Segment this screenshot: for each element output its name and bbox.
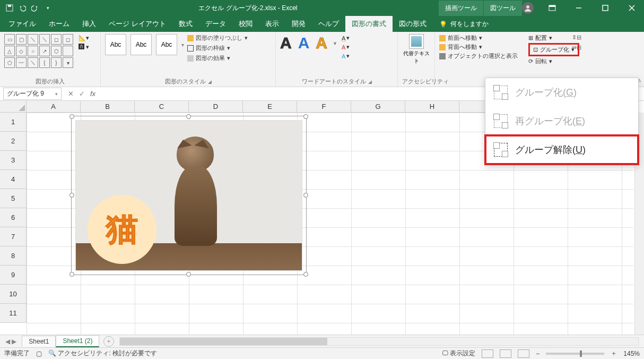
page-layout-view-button[interactable]: [500, 349, 511, 358]
drawing-tools-tab[interactable]: 描画ツール: [439, 1, 483, 16]
shape-effects-button[interactable]: 図形の効果 ▾: [187, 54, 248, 62]
undo-icon[interactable]: [18, 4, 27, 12]
menu-item-regroup[interactable]: 再グループ化(E): [485, 107, 638, 135]
tab-view[interactable]: 表示: [259, 16, 285, 32]
row-header[interactable]: 7: [0, 227, 27, 246]
picture-tools-tab[interactable]: 図ツール: [484, 1, 522, 16]
row-header[interactable]: 4: [0, 170, 27, 189]
macro-record-icon[interactable]: ▢: [36, 350, 42, 357]
tell-me-search[interactable]: 💡 何をしますか: [433, 16, 495, 32]
resize-handle[interactable]: [303, 193, 308, 198]
selected-shape-group[interactable]: 猫: [72, 117, 306, 274]
shape-fill-button[interactable]: 図形の塗りつぶし ▾: [187, 34, 248, 42]
shapes-gallery[interactable]: ▭▢＼＼◻◻ △◇○↗⬡ ⬠〰＼{}▾: [4, 34, 73, 68]
col-header[interactable]: F: [297, 101, 351, 112]
sheet-tab-active[interactable]: Sheet1 (2): [56, 335, 99, 347]
col-header[interactable]: E: [243, 101, 297, 112]
size-height-spinner[interactable]: ⇕⊟: [572, 34, 581, 41]
alt-text-button[interactable]: 代替テキスト: [403, 34, 430, 65]
select-all-corner[interactable]: [0, 101, 27, 113]
user-account-icon[interactable]: [522, 2, 534, 14]
autosave-icon[interactable]: [5, 4, 14, 12]
new-sheet-button[interactable]: ＋: [103, 336, 114, 347]
dialog-launcher-icon[interactable]: ◢: [368, 79, 372, 84]
row-header[interactable]: 1: [0, 113, 27, 132]
resize-handle[interactable]: [303, 114, 308, 119]
edit-shape-button[interactable]: 📐▾: [76, 34, 91, 42]
qat-more-icon[interactable]: ▾: [43, 4, 52, 12]
tab-picture-format[interactable]: 図の形式: [393, 16, 433, 32]
row-header[interactable]: 10: [0, 285, 27, 304]
tab-developer[interactable]: 開発: [285, 16, 312, 32]
tab-help[interactable]: ヘルプ: [312, 16, 345, 32]
col-header[interactable]: B: [81, 101, 135, 112]
enter-formula-icon[interactable]: ✓: [79, 90, 85, 98]
resize-handle[interactable]: [69, 114, 74, 119]
ribbon-display-icon[interactable]: [540, 0, 564, 16]
tab-pagelayout[interactable]: ページ レイアウト: [102, 16, 172, 32]
display-settings-button[interactable]: 🖵 表示設定: [442, 349, 475, 358]
row-header[interactable]: 9: [0, 266, 27, 285]
text-outline-button[interactable]: A▾: [340, 43, 352, 51]
row-header[interactable]: 5: [0, 189, 27, 208]
row-header[interactable]: 8: [0, 246, 27, 266]
send-backward-button[interactable]: 背面へ移動 ▾: [439, 43, 518, 51]
close-button[interactable]: [620, 0, 644, 16]
menu-item-group[interactable]: グループ化(G): [485, 78, 638, 107]
text-effects-button[interactable]: A▾: [340, 52, 352, 60]
zoom-out-button[interactable]: −: [536, 350, 539, 357]
style-sample[interactable]: Abc: [105, 34, 126, 55]
style-sample[interactable]: Abc: [130, 34, 152, 55]
horizontal-scrollbar[interactable]: [119, 337, 639, 346]
wordart-gallery[interactable]: A A A ▾: [280, 34, 336, 52]
resize-handle[interactable]: [69, 272, 74, 277]
resize-handle[interactable]: [69, 193, 74, 198]
style-sample[interactable]: Abc: [156, 34, 177, 55]
row-header[interactable]: 6: [0, 208, 27, 227]
menu-item-ungroup[interactable]: グループ解除(U): [485, 135, 638, 164]
page-break-view-button[interactable]: [518, 349, 529, 358]
selection-pane-button[interactable]: オブジェクトの選択と表示: [439, 52, 518, 60]
resize-handle[interactable]: [303, 272, 308, 277]
col-header[interactable]: G: [351, 101, 405, 112]
name-box[interactable]: グループ化 9 ▾: [3, 88, 62, 100]
text-fill-button[interactable]: A▾: [340, 34, 352, 42]
text-box-button[interactable]: 🅰 ▾: [76, 43, 91, 51]
minimize-button[interactable]: [567, 0, 591, 16]
chevron-down-icon[interactable]: ▾: [55, 91, 58, 97]
fx-icon[interactable]: fx: [90, 90, 95, 98]
status-accessibility[interactable]: 🔍 アクセシビリティ: 検討が必要です: [48, 349, 157, 358]
bring-forward-button[interactable]: 前面へ移動 ▾: [439, 34, 518, 42]
tab-formulas[interactable]: 数式: [172, 16, 199, 32]
tab-review[interactable]: 校閲: [232, 16, 259, 32]
row-header[interactable]: 11: [0, 304, 27, 323]
zoom-slider[interactable]: [546, 353, 604, 355]
col-header[interactable]: H: [405, 101, 459, 112]
cancel-formula-icon[interactable]: ✕: [68, 90, 74, 98]
zoom-in-button[interactable]: ＋: [611, 349, 617, 358]
shape-outline-button[interactable]: 図形の枠線 ▾: [187, 44, 248, 52]
resize-handle[interactable]: [186, 114, 191, 119]
tab-file[interactable]: ファイル: [2, 16, 42, 32]
wordart-sample[interactable]: A: [280, 34, 292, 52]
shape-style-gallery[interactable]: Abc Abc Abc ▾: [105, 34, 184, 55]
sheet-nav-buttons[interactable]: ◀ ▶: [0, 338, 22, 345]
wordart-sample[interactable]: A: [316, 34, 327, 52]
zoom-level[interactable]: 145%: [623, 350, 640, 357]
maximize-button[interactable]: [593, 0, 617, 16]
col-header[interactable]: A: [27, 101, 81, 112]
resize-handle[interactable]: [186, 272, 191, 277]
sheet-tab[interactable]: Sheet1: [22, 336, 56, 347]
tab-home[interactable]: ホーム: [42, 16, 76, 32]
tab-data[interactable]: データ: [199, 16, 232, 32]
col-header[interactable]: D: [189, 101, 243, 112]
row-headers[interactable]: 1 2 3 4 5 6 7 8 9 10 11: [0, 113, 27, 323]
row-header[interactable]: 3: [0, 151, 27, 170]
redo-icon[interactable]: [31, 4, 39, 12]
dialog-launcher-icon[interactable]: ◢: [208, 79, 212, 84]
tab-insert[interactable]: 挿入: [76, 16, 102, 32]
size-width-spinner[interactable]: ⇔⊟: [572, 44, 581, 51]
tab-shape-format[interactable]: 図形の書式: [345, 16, 393, 32]
col-header[interactable]: C: [135, 101, 189, 112]
wordart-sample[interactable]: A: [298, 34, 310, 52]
